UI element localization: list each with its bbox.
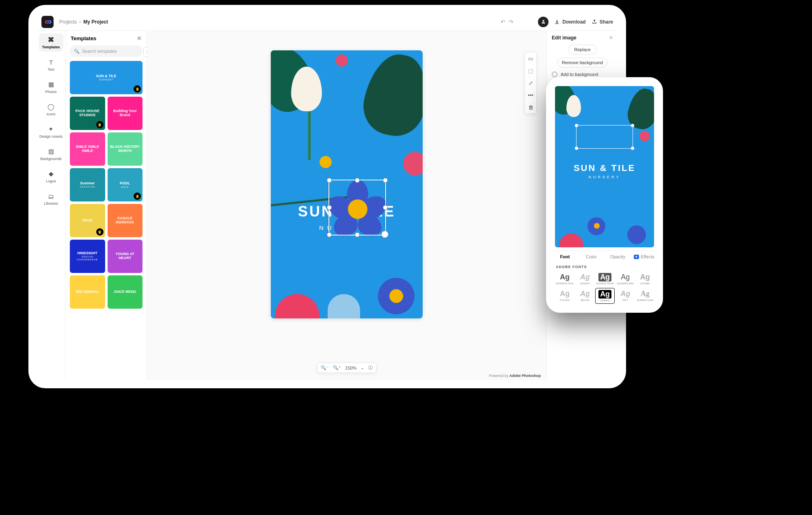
close-icon[interactable]: ✕: [137, 35, 142, 41]
phone-artboard-title[interactable]: SUN & TILE: [574, 163, 635, 173]
phone-text-selection[interactable]: [576, 125, 633, 149]
template-card[interactable]: Building Your Brand: [108, 97, 143, 130]
replace-button[interactable]: Replace: [568, 45, 596, 54]
resize-handle[interactable]: [383, 178, 388, 183]
rail-label: Design Assets: [39, 134, 63, 138]
libraries-icon: 🗂: [47, 192, 55, 200]
rail-item-libraries[interactable]: 🗂Libraries: [39, 190, 63, 208]
phone-tab-effects[interactable]: ✦Effects: [631, 251, 657, 262]
template-card[interactable]: BIG ANNUAL: [70, 275, 105, 309]
breadcrumb[interactable]: Projects › My Project: [59, 19, 108, 25]
template-card[interactable]: JUICE MENU: [108, 275, 143, 309]
resize-handle[interactable]: [327, 205, 332, 210]
resize-handle[interactable]: [631, 147, 634, 150]
fonts-section-label: ADOBE FONTS: [552, 262, 657, 271]
resize-handle[interactable]: [355, 178, 360, 183]
avatar[interactable]: [538, 17, 549, 27]
zoom-out-button[interactable]: 🔍⁻: [321, 365, 329, 370]
template-card-title: Summer: [80, 182, 95, 186]
resize-handle[interactable]: [575, 124, 578, 127]
font-option[interactable]: AgACUMIN: [636, 271, 654, 286]
rail-label: Templates: [42, 45, 60, 49]
phone-artboard[interactable]: SUN & TILE NURSERY: [555, 86, 654, 247]
rail-item-templates[interactable]: ⌘Templates: [39, 33, 63, 52]
rail-item-backgrounds[interactable]: ▨Backgrounds: [39, 145, 63, 163]
template-card-title: BIG ANNUAL: [76, 290, 99, 294]
download-button[interactable]: Download: [554, 19, 585, 25]
toggle-icon[interactable]: [552, 71, 557, 77]
rotate-handle[interactable]: ⟲: [381, 231, 389, 238]
resize-handle[interactable]: [327, 178, 332, 183]
undo-button[interactable]: ↶: [501, 19, 505, 25]
font-option[interactable]: AgOSWALD: [595, 288, 615, 304]
template-card[interactable]: POOLparty♛: [108, 168, 143, 201]
app-logo[interactable]: [41, 16, 54, 28]
template-card[interactable]: BLACK HISTORY MONTH: [108, 132, 143, 166]
search-icon: 🔍: [74, 49, 80, 54]
layer-tool[interactable]: ⬚: [525, 65, 536, 77]
resize-handle[interactable]: [327, 232, 332, 237]
template-card[interactable]: PACK HOUSE STUDIOS♛: [70, 97, 105, 130]
resize-handle[interactable]: [355, 232, 360, 237]
rail-item-design-assets[interactable]: ✦Design Assets: [39, 123, 63, 141]
canvas-area[interactable]: SUN & TILE NURSERY ⟲ ▭⬚⤢•••🗑 🔍⁻ 🔍⁺: [147, 31, 546, 380]
template-card[interactable]: YOUNG AT HEART: [108, 240, 143, 273]
photos-icon: ▦: [47, 80, 55, 89]
template-card[interactable]: SMILE SMILE SMILE: [70, 132, 105, 166]
font-name: OSWALD: [600, 299, 610, 302]
font-sample: Ag: [560, 273, 570, 281]
tulip-shape: [291, 67, 328, 160]
rail-item-text[interactable]: TText: [39, 56, 63, 74]
redo-button[interactable]: ↷: [509, 19, 514, 25]
font-option[interactable]: AgRIFT: [616, 288, 635, 304]
zoom-in-button[interactable]: 🔍⁺: [333, 365, 341, 370]
close-icon[interactable]: ✕: [609, 35, 613, 41]
resize-handle[interactable]: [383, 205, 388, 210]
delete-tool[interactable]: 🗑: [525, 101, 536, 113]
search-input[interactable]: 🔍 Search templates: [70, 45, 143, 57]
template-card[interactable]: SUN & TILENURSERY♛: [70, 61, 143, 94]
rail-label: Text: [48, 67, 54, 71]
rail-item-logos[interactable]: ◆Logos: [39, 167, 63, 186]
phone-tab-color[interactable]: Color: [578, 251, 605, 262]
template-card[interactable]: CASALE HOSSACK: [108, 204, 143, 237]
rail-item-icons[interactable]: ◯Icons: [39, 100, 63, 119]
tablet-frame: Projects › My Project ↶ ↷ Download Share…: [28, 5, 626, 388]
template-card[interactable]: SALE♛: [70, 204, 105, 237]
font-option[interactable]: AgSOURCE SANS: [595, 271, 615, 286]
font-option[interactable]: AgEXPRESS PICK: [555, 271, 574, 286]
app: Projects › My Project ↶ ↷ Download Share…: [37, 13, 618, 380]
font-name: SEGOE: [581, 299, 589, 301]
breadcrumb-root[interactable]: Projects: [59, 19, 77, 25]
remove-background-button[interactable]: Remove background: [557, 58, 608, 67]
phone-tab-opacity[interactable]: Opacity: [605, 251, 631, 262]
resize-handle[interactable]: [631, 124, 634, 127]
font-option[interactable]: AgSEGOE: [576, 288, 594, 304]
artboard[interactable]: SUN & TILE NURSERY ⟲: [271, 50, 423, 318]
help-icon[interactable]: ⓘ: [368, 365, 373, 371]
template-card-title: PACK HOUSE STUDIOS: [71, 109, 104, 117]
template-card[interactable]: SummerVACATION: [70, 168, 105, 201]
chevron-down-icon[interactable]: ⌄: [361, 365, 364, 370]
zoom-level[interactable]: 150%: [345, 366, 356, 370]
phone-tab-font[interactable]: Font: [552, 251, 578, 262]
image-tool[interactable]: ▭: [525, 52, 536, 65]
selection-handles[interactable]: ⟲: [328, 180, 386, 236]
font-option[interactable]: AgFUTURA: [555, 288, 574, 304]
flower-shape: [559, 234, 583, 247]
resize-handle[interactable]: [575, 147, 578, 150]
phone-canvas[interactable]: SUN & TILE NURSERY: [552, 83, 657, 251]
effects-badge-icon: ✦: [634, 255, 639, 259]
breadcrumb-current[interactable]: My Project: [83, 19, 108, 25]
font-option[interactable]: AgSUPERCLASS: [636, 288, 654, 304]
font-option[interactable]: AgASCENT: [576, 271, 594, 286]
rail-item-photos[interactable]: ▦Photos: [39, 78, 63, 96]
template-card[interactable]: HINDSIGHTDESIGN CONFERENCE: [70, 240, 105, 273]
transform-tool[interactable]: ⤢: [525, 77, 536, 89]
font-option[interactable]: AgMODERN ERA: [616, 271, 635, 286]
more-tool[interactable]: •••: [525, 89, 536, 101]
phone-artboard-subtitle[interactable]: NURSERY: [589, 175, 621, 179]
add-to-background-row[interactable]: Add to background: [552, 71, 613, 77]
share-button[interactable]: Share: [592, 19, 613, 25]
panel-header: Edit image ✕: [552, 35, 613, 41]
